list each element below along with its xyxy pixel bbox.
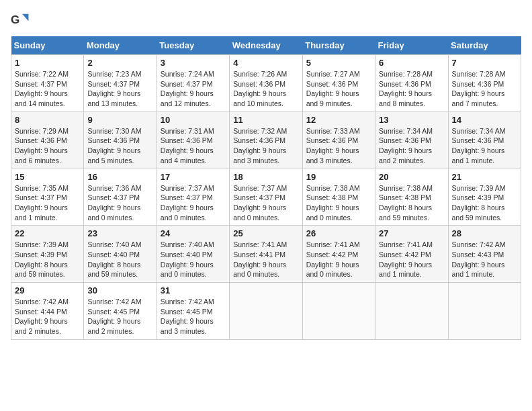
- day-number: 30: [87, 285, 152, 295]
- cell-details: Sunrise: 7:34 AMSunset: 4:36 PMDaylight:…: [379, 126, 444, 166]
- calendar-cell: 12Sunrise: 7:33 AMSunset: 4:36 PMDayligh…: [302, 111, 375, 169]
- calendar-cell: 11Sunrise: 7:32 AMSunset: 4:36 PMDayligh…: [230, 111, 302, 169]
- col-header-saturday: Saturday: [448, 36, 521, 55]
- cell-details: Sunrise: 7:38 AMSunset: 4:38 PMDaylight:…: [379, 183, 444, 223]
- cell-details: Sunrise: 7:41 AMSunset: 4:41 PMDaylight:…: [233, 240, 298, 279]
- col-header-wednesday: Wednesday: [230, 36, 302, 55]
- cell-details: Sunrise: 7:27 AMSunset: 4:36 PMDaylight:…: [306, 69, 371, 109]
- calendar-cell: 19Sunrise: 7:38 AMSunset: 4:38 PMDayligh…: [302, 169, 375, 226]
- cell-details: Sunrise: 7:31 AMSunset: 4:36 PMDaylight:…: [161, 126, 226, 166]
- day-number: 1: [15, 58, 80, 68]
- cell-details: Sunrise: 7:33 AMSunset: 4:36 PMDaylight:…: [306, 126, 371, 166]
- day-number: 7: [452, 58, 517, 68]
- calendar-cell: 18Sunrise: 7:37 AMSunset: 4:37 PMDayligh…: [230, 169, 302, 226]
- calendar-cell: [448, 283, 521, 340]
- cell-details: Sunrise: 7:28 AMSunset: 4:36 PMDaylight:…: [452, 69, 517, 109]
- calendar-cell: 3Sunrise: 7:24 AMSunset: 4:37 PMDaylight…: [157, 55, 229, 112]
- calendar-cell: 21Sunrise: 7:39 AMSunset: 4:39 PMDayligh…: [448, 169, 521, 226]
- calendar-cell: 4Sunrise: 7:26 AMSunset: 4:36 PMDaylight…: [230, 55, 302, 112]
- day-number: 15: [15, 172, 80, 182]
- day-number: 5: [306, 58, 371, 68]
- calendar-cell: 5Sunrise: 7:27 AMSunset: 4:36 PMDaylight…: [302, 55, 375, 112]
- calendar-table: SundayMondayTuesdayWednesdayThursdayFrid…: [11, 36, 521, 340]
- calendar-cell: 13Sunrise: 7:34 AMSunset: 4:36 PMDayligh…: [375, 111, 448, 169]
- calendar-week-4: 22Sunrise: 7:39 AMSunset: 4:39 PMDayligh…: [11, 226, 521, 283]
- col-header-friday: Friday: [375, 36, 448, 55]
- day-number: 11: [233, 115, 298, 125]
- calendar-week-3: 15Sunrise: 7:35 AMSunset: 4:37 PMDayligh…: [11, 169, 521, 226]
- day-number: 9: [87, 115, 152, 125]
- day-number: 12: [306, 115, 371, 125]
- col-header-sunday: Sunday: [11, 36, 84, 55]
- calendar-cell: 26Sunrise: 7:41 AMSunset: 4:42 PMDayligh…: [302, 226, 375, 283]
- cell-details: Sunrise: 7:42 AMSunset: 4:45 PMDaylight:…: [161, 297, 226, 336]
- cell-details: Sunrise: 7:28 AMSunset: 4:36 PMDaylight:…: [379, 69, 444, 109]
- calendar-cell: [302, 283, 375, 340]
- calendar-cell: 6Sunrise: 7:28 AMSunset: 4:36 PMDaylight…: [375, 55, 448, 112]
- cell-details: Sunrise: 7:36 AMSunset: 4:37 PMDaylight:…: [87, 183, 152, 223]
- calendar-cell: 22Sunrise: 7:39 AMSunset: 4:39 PMDayligh…: [11, 226, 84, 283]
- day-number: 28: [452, 228, 517, 238]
- day-number: 24: [161, 228, 226, 238]
- day-number: 20: [379, 172, 444, 182]
- day-number: 22: [15, 228, 80, 238]
- cell-details: Sunrise: 7:40 AMSunset: 4:40 PMDaylight:…: [161, 240, 226, 279]
- cell-details: Sunrise: 7:42 AMSunset: 4:43 PMDaylight:…: [452, 240, 517, 279]
- calendar-cell: 20Sunrise: 7:38 AMSunset: 4:38 PMDayligh…: [375, 169, 448, 226]
- cell-details: Sunrise: 7:37 AMSunset: 4:37 PMDaylight:…: [161, 183, 226, 223]
- cell-details: Sunrise: 7:34 AMSunset: 4:36 PMDaylight:…: [452, 126, 517, 166]
- cell-details: Sunrise: 7:41 AMSunset: 4:42 PMDaylight:…: [306, 240, 371, 279]
- calendar-cell: 17Sunrise: 7:37 AMSunset: 4:37 PMDayligh…: [157, 169, 229, 226]
- day-number: 18: [233, 172, 298, 182]
- calendar-week-2: 8Sunrise: 7:29 AMSunset: 4:36 PMDaylight…: [11, 111, 521, 169]
- cell-details: Sunrise: 7:30 AMSunset: 4:36 PMDaylight:…: [87, 126, 152, 166]
- calendar-cell: 27Sunrise: 7:41 AMSunset: 4:42 PMDayligh…: [375, 226, 448, 283]
- calendar-week-1: 1Sunrise: 7:22 AMSunset: 4:37 PMDaylight…: [11, 55, 521, 112]
- calendar-cell: 2Sunrise: 7:23 AMSunset: 4:37 PMDaylight…: [84, 55, 157, 112]
- calendar-cell: 9Sunrise: 7:30 AMSunset: 4:36 PMDaylight…: [84, 111, 157, 169]
- day-number: 16: [87, 172, 152, 182]
- cell-details: Sunrise: 7:29 AMSunset: 4:36 PMDaylight:…: [15, 126, 80, 166]
- cell-details: Sunrise: 7:38 AMSunset: 4:38 PMDaylight:…: [306, 183, 371, 223]
- calendar-cell: 14Sunrise: 7:34 AMSunset: 4:36 PMDayligh…: [448, 111, 521, 169]
- cell-details: Sunrise: 7:32 AMSunset: 4:36 PMDaylight:…: [233, 126, 298, 166]
- calendar-cell: [375, 283, 448, 340]
- cell-details: Sunrise: 7:37 AMSunset: 4:37 PMDaylight:…: [233, 183, 298, 223]
- col-header-tuesday: Tuesday: [157, 36, 229, 55]
- day-number: 3: [161, 58, 226, 68]
- cell-details: Sunrise: 7:42 AMSunset: 4:44 PMDaylight:…: [15, 297, 80, 336]
- day-number: 8: [15, 115, 80, 125]
- cell-details: Sunrise: 7:24 AMSunset: 4:37 PMDaylight:…: [161, 69, 226, 109]
- cell-details: Sunrise: 7:35 AMSunset: 4:37 PMDaylight:…: [15, 183, 80, 223]
- calendar-cell: 31Sunrise: 7:42 AMSunset: 4:45 PMDayligh…: [157, 283, 229, 340]
- cell-details: Sunrise: 7:26 AMSunset: 4:36 PMDaylight:…: [233, 69, 298, 109]
- col-header-thursday: Thursday: [302, 36, 375, 55]
- day-number: 6: [379, 58, 444, 68]
- day-number: 21: [452, 172, 517, 182]
- calendar-cell: 16Sunrise: 7:36 AMSunset: 4:37 PMDayligh…: [84, 169, 157, 226]
- day-number: 26: [306, 228, 371, 238]
- day-number: 10: [161, 115, 226, 125]
- cell-details: Sunrise: 7:40 AMSunset: 4:40 PMDaylight:…: [87, 240, 152, 279]
- calendar-cell: [230, 283, 302, 340]
- cell-details: Sunrise: 7:42 AMSunset: 4:45 PMDaylight:…: [87, 297, 152, 336]
- calendar-cell: 24Sunrise: 7:40 AMSunset: 4:40 PMDayligh…: [157, 226, 229, 283]
- cell-details: Sunrise: 7:39 AMSunset: 4:39 PMDaylight:…: [15, 240, 80, 279]
- calendar-week-5: 29Sunrise: 7:42 AMSunset: 4:44 PMDayligh…: [11, 283, 521, 340]
- cell-details: Sunrise: 7:23 AMSunset: 4:37 PMDaylight:…: [87, 69, 152, 109]
- day-number: 27: [379, 228, 444, 238]
- day-number: 13: [379, 115, 444, 125]
- day-number: 19: [306, 172, 371, 182]
- svg-marker-1: [22, 14, 28, 21]
- calendar-cell: 15Sunrise: 7:35 AMSunset: 4:37 PMDayligh…: [11, 169, 84, 226]
- calendar-cell: 1Sunrise: 7:22 AMSunset: 4:37 PMDaylight…: [11, 55, 84, 112]
- calendar-cell: 28Sunrise: 7:42 AMSunset: 4:43 PMDayligh…: [448, 226, 521, 283]
- logo-icon: G: [11, 11, 30, 30]
- cell-details: Sunrise: 7:39 AMSunset: 4:39 PMDaylight:…: [452, 183, 517, 223]
- day-number: 25: [233, 228, 298, 238]
- calendar-cell: 25Sunrise: 7:41 AMSunset: 4:41 PMDayligh…: [230, 226, 302, 283]
- calendar-cell: 7Sunrise: 7:28 AMSunset: 4:36 PMDaylight…: [448, 55, 521, 112]
- col-header-monday: Monday: [84, 36, 157, 55]
- calendar-cell: 23Sunrise: 7:40 AMSunset: 4:40 PMDayligh…: [84, 226, 157, 283]
- calendar-cell: 30Sunrise: 7:42 AMSunset: 4:45 PMDayligh…: [84, 283, 157, 340]
